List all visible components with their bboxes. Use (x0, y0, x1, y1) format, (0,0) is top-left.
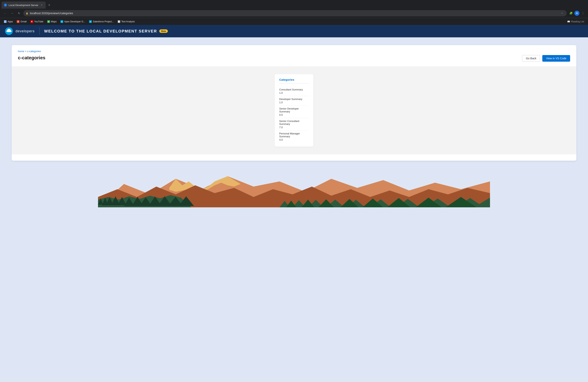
bookmark-salesforce[interactable]: ☁ Salesforce Project... (87, 20, 115, 24)
reading-list-button[interactable]: 📖 Reading List (566, 20, 586, 24)
category-name: Senior Consultant Summary (279, 120, 309, 126)
bookmark-star-icon[interactable]: ☆ (560, 11, 564, 16)
salesforce-favicon: ☁ (89, 20, 92, 23)
back-button[interactable]: ← (2, 11, 8, 16)
browser-chrome: Local Development Server × + ← → ↻ 🔒 loc… (0, 0, 588, 25)
text-analysis-favicon: 📄 (118, 20, 120, 23)
preview-area: Categories Consultant Summary 1.0 Develo… (12, 66, 576, 154)
bookmark-youtube-label: YouTube (34, 20, 43, 23)
header-title: WELCOME TO THE LOCAL DEVELOPMENT SERVER (44, 29, 157, 33)
apex-favicon: ☁ (61, 20, 63, 23)
url-text: localhost:3333/preview/c/categories (30, 12, 558, 15)
apps-favicon (4, 20, 7, 23)
categories-card: Categories Consultant Summary 1.0 Develo… (274, 74, 314, 147)
bookmark-apps[interactable]: Apps (2, 20, 14, 24)
bookmark-apps-label: Apps (8, 20, 13, 23)
svg-rect-4 (5, 22, 6, 22)
category-item: Senior Consultant Summary 7.0 (279, 118, 309, 130)
reload-button[interactable]: ↻ (16, 11, 22, 16)
bookmarks-bar: Apps G Gmail ▶ YouTube M Maps ☁ Apex Dev… (0, 18, 588, 25)
category-item: Senior Developer Summary 0.0 (279, 106, 309, 118)
bookmark-maps-label: Maps (51, 20, 57, 23)
tab-close-button[interactable]: × (40, 3, 43, 7)
bookmark-salesforce-label: Salesforce Project... (93, 20, 114, 23)
bookmark-gmail-label: Gmail (21, 20, 26, 23)
bookmark-gmail[interactable]: G Gmail (15, 20, 28, 24)
mountain-illustration (0, 169, 588, 207)
category-name: Developer Summary (279, 98, 309, 101)
forward-button[interactable]: → (9, 11, 15, 16)
tab-bar: Local Development Server × + (0, 0, 588, 9)
menu-button[interactable]: ⋮ (580, 11, 586, 16)
mountain-svg (0, 169, 588, 207)
logo-text: developers (16, 29, 35, 33)
youtube-favicon: ▶ (31, 20, 33, 23)
bookmark-apex-label: Apex Developer G... (64, 20, 85, 23)
category-value: 0.0 (279, 113, 309, 116)
category-value: 1.0 (279, 101, 309, 104)
profile-button[interactable]: A (574, 11, 579, 16)
breadcrumb-home-link[interactable]: home (18, 50, 24, 53)
lock-icon: 🔒 (26, 12, 28, 15)
bookmark-text-analysis[interactable]: 📄 Text Analysis (116, 20, 136, 24)
gmail-favicon: G (17, 20, 20, 23)
category-item: Developer Summary 1.0 (279, 96, 309, 106)
svg-rect-1 (4, 21, 5, 21)
bookmark-apex[interactable]: ☁ Apex Developer G... (59, 20, 87, 24)
beta-badge: Beta (159, 29, 168, 33)
go-back-button[interactable]: Go Back (522, 55, 540, 62)
active-tab[interactable]: Local Development Server × (1, 1, 46, 9)
category-value: 1.0 (279, 91, 309, 94)
bookmark-text-analysis-label: Text Analysis (121, 20, 135, 23)
content-card: home > c-categories c-categories Go Back… (12, 45, 576, 161)
category-name: Consultant Summary (279, 88, 309, 91)
maps-favicon: M (47, 20, 50, 23)
breadcrumb: home > c-categories (18, 50, 570, 53)
address-actions: ☆ (560, 11, 564, 16)
svg-rect-3 (4, 22, 5, 22)
category-name: Senior Developer Summary (279, 107, 309, 113)
extensions-button[interactable]: 🧩 (568, 11, 574, 16)
categories-card-title: Categories (279, 78, 309, 84)
bookmark-maps[interactable]: M Maps (46, 20, 58, 24)
category-item: Consultant Summary 1.0 (279, 86, 309, 96)
salesforce-logo-icon (5, 27, 13, 35)
category-value: 4.0 (279, 138, 309, 141)
category-value: 7.0 (279, 126, 309, 129)
category-item: Personal Manager Summary 4.0 (279, 130, 309, 143)
svg-rect-2 (5, 21, 6, 21)
page-title-row: c-categories Go Back View in VS Code (18, 55, 570, 62)
browser-actions: 🧩 A ⋮ (568, 11, 586, 16)
header-divider (39, 27, 40, 35)
main-content: home > c-categories c-categories Go Back… (0, 37, 588, 169)
view-in-vscode-button[interactable]: View in VS Code (542, 55, 570, 62)
category-name: Personal Manager Summary (279, 132, 309, 138)
reading-list-label: Reading List (571, 20, 584, 23)
action-buttons: Go Back View in VS Code (522, 55, 570, 62)
logo-area: developers (5, 27, 35, 35)
site-header: developers WELCOME TO THE LOCAL DEVELOPM… (0, 25, 588, 37)
breadcrumb-separator: > (25, 50, 26, 53)
address-bar-row: ← → ↻ 🔒 localhost:3333/preview/c/categor… (0, 9, 588, 18)
bookmark-youtube[interactable]: ▶ YouTube (29, 20, 45, 24)
page-content: developers WELCOME TO THE LOCAL DEVELOPM… (0, 25, 588, 382)
tab-favicon (4, 3, 7, 7)
page-title: c-categories (18, 55, 45, 61)
reading-list-icon: 📖 (567, 20, 570, 23)
new-tab-button[interactable]: + (46, 2, 52, 8)
breadcrumb-current: c-categories (27, 50, 41, 53)
category-items-list: Consultant Summary 1.0 Developer Summary… (279, 86, 309, 143)
address-bar[interactable]: 🔒 localhost:3333/preview/c/categories ☆ (23, 10, 567, 16)
tab-title: Local Development Server (9, 4, 38, 7)
